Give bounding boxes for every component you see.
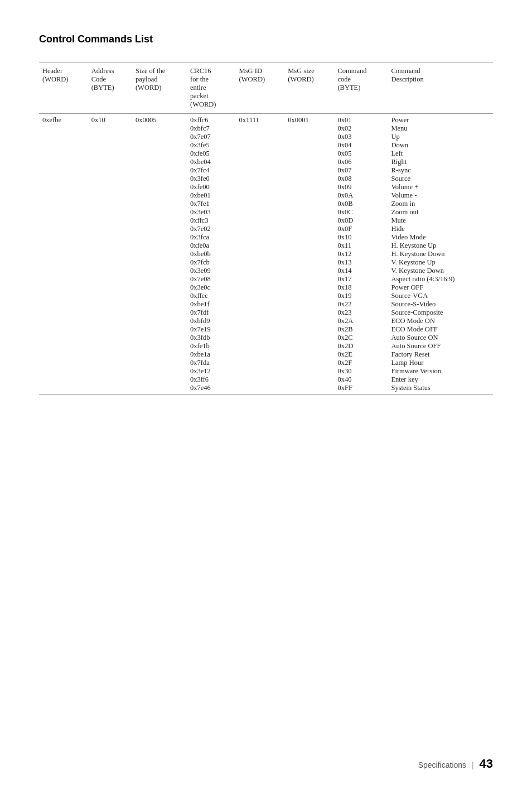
page-title: Control Commands List [39, 33, 493, 45]
col-cmd-code: Command code (BYTE) [334, 62, 388, 114]
table-row: 0xefbe 0x10 0x0005 0xffc6 0xbfc7 0x7e07 … [39, 114, 493, 395]
footer-separator: | [472, 761, 474, 769]
cell-cmd-codes: 0x01 0x02 0x03 0x04 0x05 0x06 0x07 0x08 … [334, 114, 388, 395]
page-footer: Specifications | 43 [418, 757, 493, 771]
table-header-row: Header (WORD) Address Code (BYTE) Size o… [39, 62, 493, 114]
cell-address-code: 0x10 [88, 114, 132, 395]
col-cmd-desc: Command Description [388, 62, 493, 114]
cell-header-word: 0xefbe [39, 114, 88, 395]
cell-cmd-descs: Power Menu Up Down Left Right R-sync Sou… [388, 114, 493, 395]
col-msg-size: MsG size (WORD) [284, 62, 334, 114]
footer-page-number: 43 [480, 757, 493, 771]
col-payload-size: Size of the payload (WORD) [132, 62, 187, 114]
cell-payload-size: 0x0005 [132, 114, 187, 395]
cell-msg-id: 0x1111 [236, 114, 285, 395]
col-header-word: Header (WORD) [39, 62, 88, 114]
col-crc16: CRC16 for the entire packet (WORD) [187, 62, 236, 114]
footer-label: Specifications [418, 761, 466, 769]
col-address-code: Address Code (BYTE) [88, 62, 132, 114]
cell-msg-size: 0x0001 [284, 114, 334, 395]
cell-crc: 0xffc6 0xbfc7 0x7e07 0x3fe5 0xfe05 0xbe0… [187, 114, 236, 395]
col-msg-id: MsG ID (WORD) [236, 62, 285, 114]
commands-table: Header (WORD) Address Code (BYTE) Size o… [39, 62, 493, 395]
